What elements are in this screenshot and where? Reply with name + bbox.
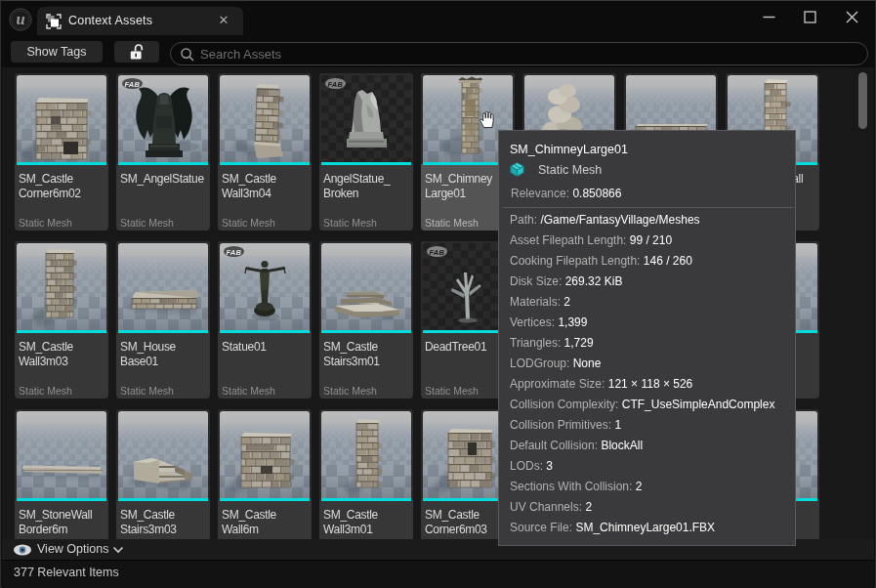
svg-text:u: u [16, 10, 24, 28]
